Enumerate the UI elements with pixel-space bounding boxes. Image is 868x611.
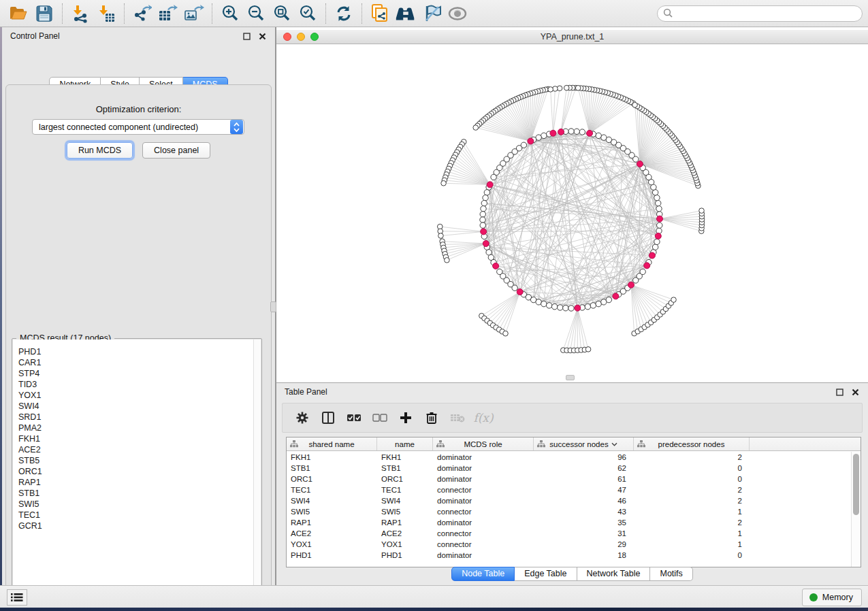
table-cell[interactable]: 43: [534, 506, 634, 517]
table-cell[interactable]: ACE2: [377, 528, 433, 539]
vertical-splitter-handle[interactable]: [270, 301, 276, 312]
hide-selected-icon[interactable]: [420, 2, 443, 25]
table-row[interactable]: ACE2ACE2connector311: [287, 528, 851, 539]
optimization-criterion-select[interactable]: largest connected component (undirected): [32, 119, 244, 135]
table-cell[interactable]: 0: [634, 550, 750, 561]
mcds-result-item[interactable]: TID3: [18, 379, 261, 390]
column-header-predecessor-nodes[interactable]: predecessor nodes: [634, 437, 750, 450]
table-cell[interactable]: ORC1: [377, 474, 433, 484]
table-cell[interactable]: 46: [534, 495, 634, 506]
column-header-MCDS-role[interactable]: MCDS role: [433, 437, 534, 450]
table-cell[interactable]: 35: [534, 517, 634, 528]
table-cell[interactable]: YOX1: [287, 539, 377, 550]
horizontal-splitter-handle[interactable]: [566, 375, 575, 380]
table-cell[interactable]: 2: [634, 495, 750, 506]
table-scrollbar[interactable]: [851, 452, 861, 567]
table-cell[interactable]: connector: [433, 528, 534, 539]
table-cell[interactable]: 0: [634, 463, 750, 474]
table-row[interactable]: SWI5SWI5connector431: [287, 506, 851, 517]
save-session-icon[interactable]: [33, 2, 56, 25]
mcds-result-item[interactable]: CAR1: [18, 357, 261, 368]
mcds-result-scrollbar[interactable]: [253, 340, 261, 595]
table-cell[interactable]: 2: [634, 517, 750, 528]
table-cell[interactable]: PHD1: [287, 550, 377, 561]
mcds-result-item[interactable]: STB5: [18, 455, 261, 466]
table-row[interactable]: PHD1PHD1dominator180: [287, 550, 851, 561]
zoom-out-icon[interactable]: [244, 2, 268, 25]
table-row[interactable]: RAP1RAP1dominator352: [287, 517, 851, 528]
column-header-shared-name[interactable]: shared name: [287, 437, 377, 450]
table-cell[interactable]: SWI5: [377, 506, 433, 517]
table-cell[interactable]: 29: [534, 539, 634, 550]
mcds-result-list[interactable]: PHD1CAR1STP4TID3YOX1SWI4SRD1PMA2FKH1ACE2…: [13, 340, 261, 595]
open-session-icon[interactable]: [7, 2, 30, 25]
table-cell[interactable]: ORC1: [287, 474, 377, 484]
split-columns-icon[interactable]: [318, 408, 338, 427]
table-cell[interactable]: 96: [534, 452, 634, 463]
task-history-button[interactable]: [7, 589, 27, 606]
table-cell[interactable]: 1: [634, 506, 750, 517]
mcds-result-item[interactable]: SWI4: [18, 401, 261, 412]
table-cell[interactable]: 47: [534, 484, 634, 495]
table-cell[interactable]: PHD1: [377, 550, 433, 561]
table-cell[interactable]: SWI5: [287, 506, 377, 517]
table-cell[interactable]: RAP1: [377, 517, 433, 528]
table-row[interactable]: ORC1ORC1dominator610: [287, 474, 851, 484]
mcds-result-item[interactable]: STP4: [18, 368, 261, 379]
table-cell[interactable]: dominator: [433, 550, 534, 561]
select-all-icon[interactable]: [344, 408, 364, 427]
clone-network-icon[interactable]: [368, 2, 391, 25]
import-network-icon[interactable]: [69, 2, 92, 25]
table-cell[interactable]: dominator: [433, 452, 534, 463]
mcds-result-item[interactable]: GCR1: [18, 521, 261, 531]
table-cell[interactable]: dominator: [433, 463, 534, 474]
table-cell[interactable]: 2: [634, 452, 750, 463]
network-graph-canvas[interactable]: [276, 44, 868, 382]
table-cell[interactable]: TEC1: [377, 484, 433, 495]
export-image-icon[interactable]: [182, 2, 206, 25]
zoom-in-icon[interactable]: [219, 2, 242, 25]
tab-node-table[interactable]: Node Table: [451, 567, 515, 581]
table-cell[interactable]: 61: [534, 474, 634, 484]
float-window-icon[interactable]: [242, 31, 251, 41]
show-hidden-icon[interactable]: [446, 2, 469, 25]
search-network-icon[interactable]: [394, 2, 417, 25]
mcds-result-item[interactable]: ORC1: [18, 466, 261, 477]
table-cell[interactable]: connector: [433, 539, 534, 550]
table-cell[interactable]: RAP1: [287, 517, 377, 528]
table-cell[interactable]: STB1: [377, 463, 433, 474]
table-cell[interactable]: TEC1: [287, 484, 377, 495]
table-cell[interactable]: dominator: [433, 474, 534, 484]
export-network-icon[interactable]: [131, 2, 154, 25]
zoom-selected-icon[interactable]: [296, 2, 319, 25]
table-cell[interactable]: dominator: [433, 495, 534, 506]
table-cell[interactable]: FKH1: [287, 452, 377, 463]
table-row[interactable]: TEC1TEC1connector472: [287, 484, 851, 495]
tab-edge-table[interactable]: Edge Table: [515, 567, 577, 581]
table-cell[interactable]: 1: [634, 528, 750, 539]
table-cell[interactable]: YOX1: [377, 539, 433, 550]
table-cell[interactable]: FKH1: [377, 452, 433, 463]
zoom-fit-icon[interactable]: [270, 2, 293, 25]
delete-column-icon[interactable]: [421, 408, 442, 427]
table-cell[interactable]: 2: [634, 484, 750, 495]
table-cell[interactable]: SWI4: [377, 495, 433, 506]
float-window-icon[interactable]: [835, 387, 844, 397]
import-table-icon[interactable]: [95, 2, 118, 25]
mcds-result-item[interactable]: YOX1: [18, 390, 261, 401]
table-cell[interactable]: 62: [534, 463, 634, 474]
tab-motifs[interactable]: Motifs: [650, 567, 692, 581]
run-mcds-button[interactable]: Run MCDS: [67, 142, 133, 159]
table-cell[interactable]: 1: [634, 539, 750, 550]
column-header-successor-nodes[interactable]: successor nodes: [534, 437, 634, 450]
export-table-icon[interactable]: [157, 2, 180, 25]
mcds-result-item[interactable]: PHD1: [18, 346, 261, 357]
table-cell[interactable]: connector: [433, 484, 534, 495]
table-row[interactable]: FKH1FKH1dominator962: [287, 452, 851, 463]
table-cell[interactable]: STB1: [287, 463, 377, 474]
mcds-result-item[interactable]: STB1: [18, 488, 261, 499]
mcds-result-item[interactable]: PMA2: [18, 423, 261, 433]
table-cell[interactable]: 31: [534, 528, 634, 539]
close-panel-icon[interactable]: [257, 31, 267, 41]
mcds-result-item[interactable]: SWI5: [18, 499, 261, 510]
